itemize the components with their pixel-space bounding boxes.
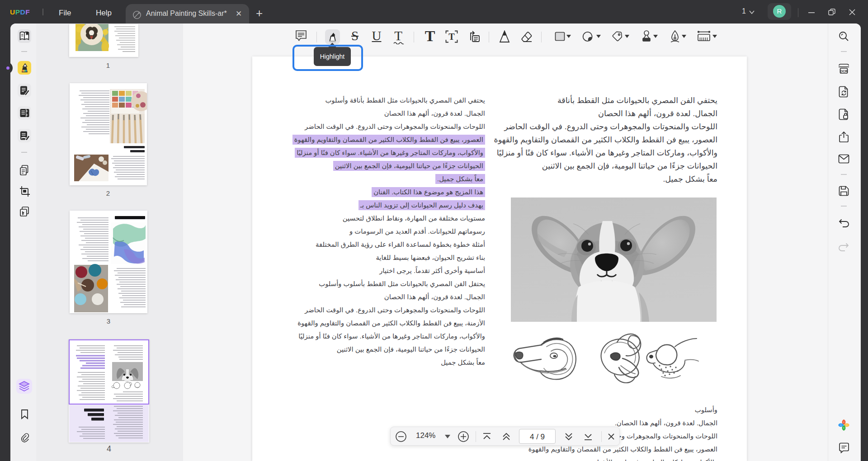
svg-text:T: T — [448, 32, 455, 42]
svg-text:OCR: OCR — [840, 69, 848, 73]
